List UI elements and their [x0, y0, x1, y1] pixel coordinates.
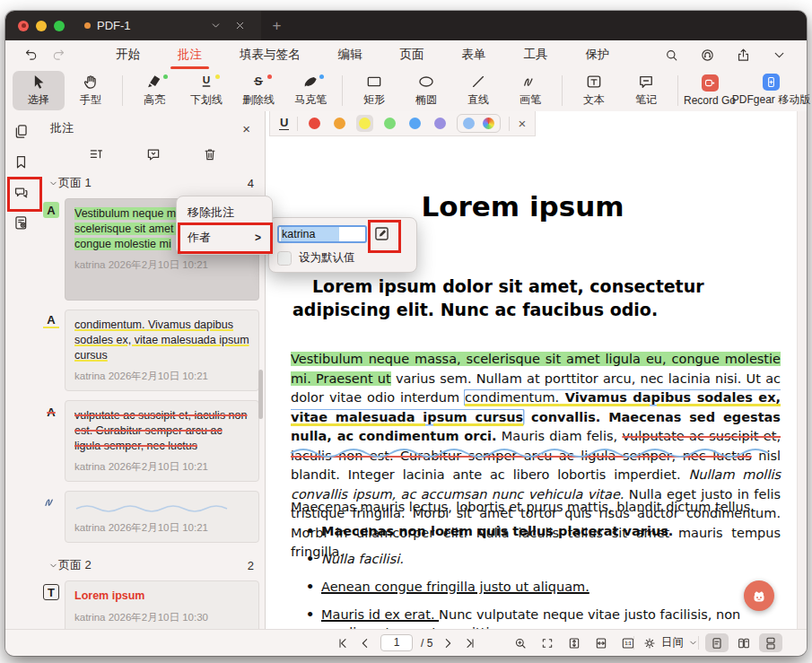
tab-title: PDF-1 [97, 19, 131, 32]
annotation-text-segment: condimentum. Vivamus dapibus sodales ex,… [74, 318, 249, 362]
color-swatch[interactable] [381, 115, 398, 132]
first-page-icon[interactable] [336, 636, 350, 650]
statusbar: 1 / 5 1:1 日间 [5, 629, 807, 656]
tool-pen[interactable]: 画笔 [504, 71, 556, 110]
menu-tab-页面[interactable]: 页面 [400, 40, 424, 69]
color-dot [334, 118, 345, 129]
redo-icon[interactable] [51, 48, 66, 63]
tool-label: 笔记 [635, 92, 657, 108]
squiggle-icon [43, 494, 59, 510]
doc-paragraph-2: Maecenas mauris lectus, lobortis et puru… [291, 500, 781, 514]
colorbar-close-button[interactable]: × [518, 117, 526, 130]
menu-item-remove-annotation[interactable]: 移除批注 [177, 200, 272, 225]
support-icon[interactable] [700, 48, 715, 63]
submenu-arrow-icon: > [255, 231, 261, 244]
document-area: Lorem ipsum Lorem ipsum dolor sit amet, … [266, 111, 807, 630]
svg-text:U: U [203, 74, 210, 85]
tool-underline-tool[interactable]: U下划线 [180, 71, 232, 110]
page-section-header[interactable]: 页面 22 [36, 552, 265, 579]
panel-title: 批注 [50, 120, 74, 136]
tool-label: 文本 [583, 92, 605, 108]
tab-chevron-down-icon[interactable] [210, 20, 222, 31]
page-section-header[interactable]: 页面 14 [36, 170, 265, 196]
custom-color-group[interactable] [457, 114, 501, 133]
menu-tab-开始[interactable]: 开始 [116, 40, 140, 69]
rail-pages-icon [13, 123, 30, 140]
next-page-icon[interactable] [441, 636, 455, 650]
tab-close-icon[interactable] [234, 20, 246, 31]
zoom-window-button[interactable] [54, 21, 65, 31]
tool-mobile[interactable]: PDFgear 移动版 [736, 71, 807, 110]
previous-page-icon[interactable] [358, 636, 372, 650]
color-swatch[interactable] [432, 115, 449, 132]
robot-icon [748, 585, 770, 606]
tool-text[interactable]: 文本 [568, 71, 620, 110]
zoom-icon[interactable] [513, 636, 528, 650]
edit-author-icon[interactable] [372, 224, 391, 243]
sun-icon [642, 636, 657, 650]
annotation-badge: A [43, 404, 59, 420]
collapse-ribbon-icon[interactable] [772, 48, 787, 63]
tool-line[interactable]: 直线 [452, 71, 504, 110]
fit-page-icon[interactable] [540, 636, 554, 650]
annotation-meta: katrina 2026年2月10日 10:30 [74, 611, 249, 624]
assistant-robot-button[interactable] [744, 580, 774, 611]
menu-tab-保护[interactable]: 保护 [586, 40, 610, 69]
tool-marker[interactable]: 马克笔 [284, 71, 336, 110]
menu-tab-工具[interactable]: 工具 [524, 40, 548, 69]
tool-note[interactable]: 笔记 [620, 71, 672, 110]
author-input[interactable]: katrina [277, 225, 367, 243]
tool-strikethrough-tool[interactable]: S删除线 [232, 71, 284, 110]
view-continuous-button[interactable] [759, 633, 782, 652]
mobile-icon [763, 73, 781, 91]
view-facing-pages-button[interactable] [732, 633, 755, 652]
annotation-badge: A [43, 202, 59, 218]
search-icon[interactable] [664, 48, 679, 63]
menu-tab-表单[interactable]: 表单 [462, 40, 486, 69]
document-scrollbar[interactable] [797, 111, 807, 630]
menu-item-author[interactable]: 作者 > [177, 225, 272, 250]
trash-icon[interactable] [202, 146, 218, 162]
document-tab[interactable]: PDF-1 [84, 19, 131, 32]
share-icon[interactable] [736, 48, 751, 63]
color-swatch[interactable] [356, 115, 373, 132]
annotation-card[interactable]: TLorem ipsumkatrina 2026年2月10日 10:30 [65, 580, 259, 630]
tool-cursor[interactable]: 选择 [13, 71, 65, 110]
minimize-window-button[interactable] [36, 21, 47, 31]
fit-height-icon[interactable] [567, 636, 581, 650]
doc-subtitle: Lorem ipsum dolor sit amet, consectetur … [292, 275, 781, 321]
annotation-card[interactable]: Acondimentum. Vivamus dapibus sodales ex… [65, 310, 259, 391]
menu-tab-批注[interactable]: 批注 [178, 40, 202, 69]
page-total: / 5 [421, 637, 432, 650]
menu-tab-编辑[interactable]: 编辑 [338, 40, 362, 69]
panel-scrollbar[interactable] [258, 370, 263, 419]
rectangle-icon [365, 73, 383, 91]
ink-squiggle-annotation[interactable] [289, 445, 781, 459]
page-number-input[interactable]: 1 [380, 634, 413, 651]
undo-icon[interactable] [23, 48, 39, 63]
annotation-badge: A [43, 313, 59, 328]
underline-style-icon[interactable]: U [279, 117, 289, 130]
color-swatch[interactable] [406, 115, 423, 132]
comment-icon[interactable] [145, 146, 162, 162]
annotation-card[interactable]: katrina 2026年2月10日 10:21 [65, 491, 259, 543]
tool-record-go[interactable]: Record Go [684, 71, 736, 110]
new-tab-button[interactable]: + [273, 18, 282, 33]
tool-ellipse[interactable]: 椭圆 [400, 71, 452, 110]
set-default-checkbox[interactable] [277, 251, 292, 266]
sort-icon[interactable] [88, 146, 104, 162]
menu-tab-填表与签名[interactable]: 填表与签名 [240, 40, 301, 69]
panel-close-button[interactable]: × [242, 122, 250, 135]
annotation-card[interactable]: Avulputate ac suscipit et, iaculis non e… [65, 400, 259, 482]
last-page-icon[interactable] [463, 636, 477, 650]
color-swatch[interactable] [331, 115, 348, 132]
tool-highlighter[interactable]: 高亮 [128, 71, 180, 110]
tool-rectangle[interactable]: 矩形 [348, 71, 400, 110]
fit-width-icon[interactable] [594, 636, 608, 650]
theme-selector[interactable]: 日间 [642, 630, 698, 656]
color-swatch[interactable] [306, 115, 323, 132]
titlebar-background [261, 11, 807, 40]
close-window-button[interactable] [18, 21, 29, 31]
view-single-page-button[interactable] [705, 633, 729, 652]
tool-hand[interactable]: 手型 [65, 71, 117, 110]
